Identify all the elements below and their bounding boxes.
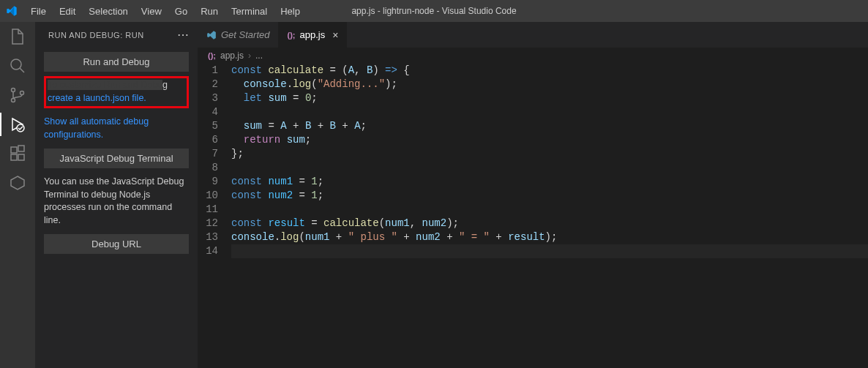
close-icon[interactable]: × [329,29,338,41]
menu-help[interactable]: Help [274,3,306,20]
run-debug-icon[interactable] [9,116,26,133]
menu-file[interactable]: File [25,3,52,20]
js-file-icon: (); [208,51,216,60]
other-icon[interactable] [9,174,26,192]
js-term-desc: You can use the JavaScript Debug Termina… [44,176,189,227]
vscode-logo-icon [6,5,18,17]
svg-rect-6 [11,147,17,153]
code-content[interactable]: const calculate = (A, B) => { console.lo… [231,64,868,368]
tab-appjs[interactable]: (); app.js × [278,22,347,48]
tab-get-started[interactable]: Get Started [198,22,278,48]
sidebar-header: RUN AND DEBUG: RUN ⋯ [35,22,198,48]
menu-selection[interactable]: Selection [83,3,133,20]
editor-area: Get Started (); app.js × (); app.js › ..… [198,22,868,368]
svg-point-0 [11,59,21,70]
show-all-configs: Show all automatic debug configurations. [44,116,189,141]
search-icon[interactable] [9,57,26,75]
js-file-icon: (); [287,31,295,40]
svg-rect-8 [18,154,24,160]
show-all-link[interactable]: Show all automatic debug configurations. [44,116,149,140]
svg-point-3 [12,99,15,102]
tab-bar: Get Started (); app.js × [198,22,868,48]
code-editor[interactable]: 1234567891011121314 const calculate = (A… [198,64,868,368]
line-numbers: 1234567891011121314 [198,64,231,368]
create-launch-highlight: To customize Run and Debug create a laun… [44,76,189,108]
more-icon[interactable]: ⋯ [177,28,190,42]
svg-line-1 [20,68,24,72]
svg-rect-9 [18,146,24,151]
menu-bar: File Edit Selection View Go Run Terminal… [25,3,306,20]
customize-desc: To customize Run and Debug create a laun… [48,79,185,105]
menu-view[interactable]: View [135,3,168,20]
extensions-icon[interactable] [9,145,26,162]
tab-label: app.js [299,29,325,40]
explorer-icon[interactable] [9,28,26,45]
sidebar-title: RUN AND DEBUG: RUN [48,31,144,40]
titlebar: File Edit Selection View Go Run Terminal… [0,0,868,22]
tab-label: Get Started [221,29,269,40]
activity-bar [0,22,35,368]
svg-rect-7 [11,154,17,160]
breadcrumb[interactable]: (); app.js › ... [198,48,868,64]
svg-point-2 [12,89,15,92]
create-launch-link[interactable]: create a launch.json file. [48,93,146,103]
menu-go[interactable]: Go [169,3,193,20]
source-control-icon[interactable] [9,86,26,104]
js-debug-terminal-button[interactable]: JavaScript Debug Terminal [44,149,189,168]
svg-point-4 [20,91,24,95]
window-title: app.js - lightrun-node - Visual Studio C… [351,6,516,16]
breadcrumb-more: ... [255,50,263,61]
breadcrumb-file: app.js [220,50,244,61]
debug-url-button[interactable]: Debug URL [44,234,189,254]
menu-run[interactable]: Run [195,3,224,20]
sidebar: RUN AND DEBUG: RUN ⋯ Run and Debug To cu… [35,22,198,368]
menu-terminal[interactable]: Terminal [225,3,273,20]
vscode-tab-icon [206,30,217,40]
run-debug-button[interactable]: Run and Debug [44,52,189,72]
chevron-right-icon: › [248,50,251,61]
menu-edit[interactable]: Edit [53,3,81,20]
